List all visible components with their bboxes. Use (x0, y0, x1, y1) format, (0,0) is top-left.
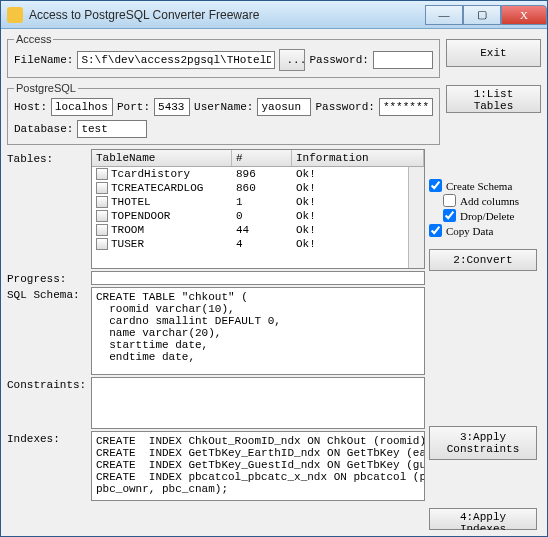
drop-delete-check[interactable]: Drop/Delete (429, 209, 541, 222)
filename-input[interactable] (77, 51, 275, 69)
host-label: Host: (14, 101, 47, 113)
copy-data-check[interactable]: Copy Data (429, 224, 541, 237)
constraints-label: Constraints: (7, 375, 87, 429)
list-tables-button[interactable]: 1:List Tables (446, 85, 541, 113)
port-input[interactable] (154, 98, 190, 116)
pg-password-input[interactable] (379, 98, 433, 116)
close-button[interactable]: X (501, 5, 547, 25)
row-name: TCREATECARDLOG (111, 182, 203, 194)
indexes-label: Indexes: (7, 429, 87, 453)
row-name: TcardHistory (111, 168, 190, 180)
row-name: TROOM (111, 224, 144, 236)
tables-list[interactable]: TableName # Information TcardHistory896O… (91, 149, 425, 269)
row-count: 4 (232, 238, 292, 250)
table-scrollbar[interactable] (408, 167, 424, 268)
apply-constraints-button[interactable]: 3:Apply Constraints (429, 426, 537, 460)
drop-delete-checkbox[interactable] (443, 209, 456, 222)
db-input[interactable] (77, 120, 147, 138)
drop-delete-label: Drop/Delete (460, 210, 514, 222)
table-icon (96, 168, 108, 180)
table-icon (96, 210, 108, 222)
access-password-label: Password: (309, 54, 368, 66)
row-count: 44 (232, 224, 292, 236)
app-window: Access to PostgreSQL Converter Freeware … (0, 0, 548, 537)
apply-indexes-button[interactable]: 4:Apply Indexes (429, 508, 537, 530)
table-row[interactable]: TCREATECARDLOG860Ok! (92, 181, 424, 195)
col-info[interactable]: Information (292, 150, 424, 166)
pg-legend: PostgreSQL (14, 82, 78, 94)
postgresql-group: PostgreSQL Host: Port: UserName: Passwor… (7, 82, 440, 145)
create-schema-label: Create Schema (446, 180, 512, 192)
row-info: Ok! (292, 168, 424, 180)
titlebar: Access to PostgreSQL Converter Freeware … (1, 1, 547, 29)
row-info: Ok! (292, 196, 424, 208)
host-input[interactable] (51, 98, 113, 116)
user-input[interactable] (257, 98, 311, 116)
table-icon (96, 196, 108, 208)
window-title: Access to PostgreSQL Converter Freeware (29, 8, 425, 22)
user-label: UserName: (194, 101, 253, 113)
browse-button[interactable]: ... (279, 49, 305, 71)
app-icon (7, 7, 23, 23)
sql-schema-text[interactable]: CREATE TABLE "chkout" ( roomid varchar(1… (91, 287, 425, 375)
row-count: 0 (232, 210, 292, 222)
row-info: Ok! (292, 224, 424, 236)
row-count: 896 (232, 168, 292, 180)
row-name: TOPENDOOR (111, 210, 170, 222)
pg-password-label: Password: (315, 101, 374, 113)
row-count: 860 (232, 182, 292, 194)
filename-label: FileName: (14, 54, 73, 66)
tables-label: Tables: (7, 149, 87, 269)
port-label: Port: (117, 101, 150, 113)
add-columns-label: Add columns (460, 195, 519, 207)
row-name: TUSER (111, 238, 144, 250)
minimize-button[interactable]: — (425, 5, 463, 25)
col-tablename[interactable]: TableName (92, 150, 232, 166)
add-columns-check[interactable]: Add columns (429, 194, 541, 207)
table-row[interactable]: TOPENDOOR0Ok! (92, 209, 424, 223)
table-row[interactable]: THOTEL1Ok! (92, 195, 424, 209)
access-password-input[interactable] (373, 51, 433, 69)
maximize-button[interactable]: ▢ (463, 5, 501, 25)
sql-schema-label: SQL Schema: (7, 285, 87, 375)
row-info: Ok! (292, 210, 424, 222)
table-row[interactable]: TcardHistory896Ok! (92, 167, 424, 181)
row-name: THOTEL (111, 196, 151, 208)
table-row[interactable]: TROOM44Ok! (92, 223, 424, 237)
access-legend: Access (14, 33, 53, 45)
table-icon (96, 224, 108, 236)
convert-button[interactable]: 2:Convert (429, 249, 537, 271)
row-info: Ok! (292, 238, 424, 250)
table-icon (96, 182, 108, 194)
copy-data-label: Copy Data (446, 225, 493, 237)
table-row[interactable]: TUSER4Ok! (92, 237, 424, 251)
constraints-text[interactable] (91, 377, 425, 429)
add-columns-checkbox[interactable] (443, 194, 456, 207)
copy-data-checkbox[interactable] (429, 224, 442, 237)
create-schema-checkbox[interactable] (429, 179, 442, 192)
create-schema-check[interactable]: Create Schema (429, 179, 541, 192)
progress-bar (91, 271, 425, 285)
table-icon (96, 238, 108, 250)
indexes-text[interactable]: CREATE INDEX ChkOut_RoomID_ndx ON ChkOut… (91, 431, 425, 501)
progress-label: Progress: (7, 269, 87, 285)
row-count: 1 (232, 196, 292, 208)
db-label: Database: (14, 123, 73, 135)
row-info: Ok! (292, 182, 424, 194)
col-count[interactable]: # (232, 150, 292, 166)
exit-button[interactable]: Exit (446, 39, 541, 67)
access-group: Access FileName: ... Password: (7, 33, 440, 78)
